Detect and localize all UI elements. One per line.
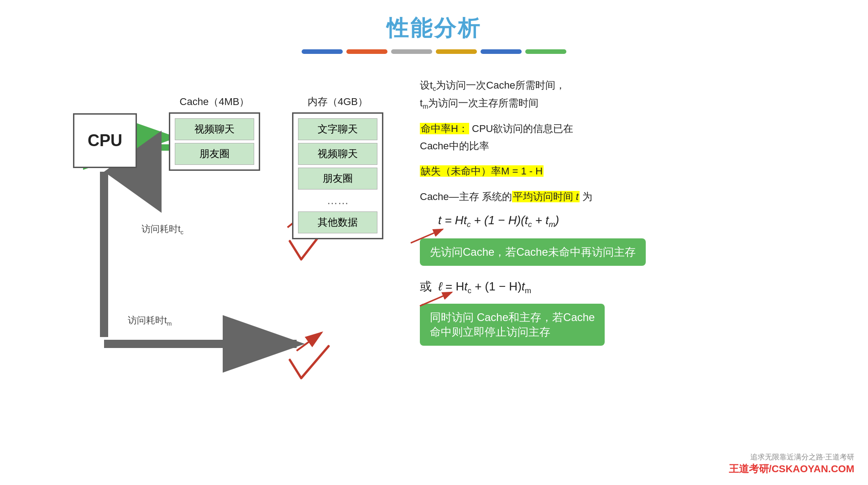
svg-line-10 [297,332,322,351]
color-bar-2 [346,49,387,54]
right-panel: 设tc为访问一次Cache所需时间， tm为访问一次主存所需时间 命中率H： C… [402,68,841,350]
label-tm: 访问耗时tm [128,314,172,327]
svg-line-14 [420,292,452,306]
color-bar-3 [391,49,432,54]
watermark-main: 王道考研/CSKAOYAN.COM [729,462,854,476]
miss-rate-text: 缺失（未命中）率M = 1 - H [420,163,841,179]
memory-title: 内存（4GB） [308,95,368,109]
memory-item-1: 文字聊天 [298,118,377,140]
avg-time-highlight: 平均访问时间 t [512,191,580,202]
memory-box: 文字聊天 视频聊天 朋友圈 …… 其他数据 [292,112,383,239]
cache-box: 视频聊天 朋友圈 [169,112,260,171]
miss-rate-label: 缺失（未命中）率M = 1 - H [420,165,544,177]
cache-item-1: 视频聊天 [175,118,254,140]
def-text: 设tc为访问一次Cache所需时间， tm为访问一次主存所需时间 [420,77,841,112]
color-bar-6 [525,49,566,54]
hit-rate-label: 命中率H： [420,123,469,134]
color-bar-4 [436,49,477,54]
avg-time-text: Cache—主存 系统的平均访问时间 t 为 [420,188,841,205]
cache-item-2: 朋友圈 [175,143,254,165]
memory-item-2: 视频聊天 [298,143,377,165]
arrow-to-box2 [415,283,470,311]
main-content: CPU 访问耗时tc Cache（4MB） 视频聊天 朋友圈 内存（4GB） 文… [0,54,868,442]
arrow-to-box1 [406,220,461,248]
memory-container: 内存（4GB） 文字聊天 视频聊天 朋友圈 …… 其他数据 [292,95,383,239]
label-tc: 访问耗时tc [141,223,183,236]
cache-container: Cache（4MB） 视频聊天 朋友圈 [169,95,260,171]
color-bar-5 [481,49,522,54]
or-formula2: 或 ℓ = Htc + (1 − H)tm [420,279,841,295]
page-title: 性能分析 [0,0,868,43]
formula1: t = Htc + (1 − H)(tc + tm) [438,213,841,229]
memory-item-3: 朋友圈 [298,168,377,190]
memory-item-dots: …… [298,192,377,209]
watermark-sub: 追求无限靠近满分之路·王道考研 [750,453,854,462]
cpu-box: CPU [73,113,137,168]
color-bar-1 [302,49,343,54]
diagram-area: CPU 访问耗时tc Cache（4MB） 视频聊天 朋友圈 内存（4GB） 文… [27,68,402,442]
svg-line-12 [411,229,443,243]
cache-title: Cache（4MB） [180,95,250,109]
cpu-label: CPU [88,131,122,150]
hit-rate-text: 命中率H： CPU欲访问的信息已在 Cache中的比率 [420,120,841,154]
memory-item-other: 其他数据 [298,211,377,233]
color-bars [0,49,868,54]
